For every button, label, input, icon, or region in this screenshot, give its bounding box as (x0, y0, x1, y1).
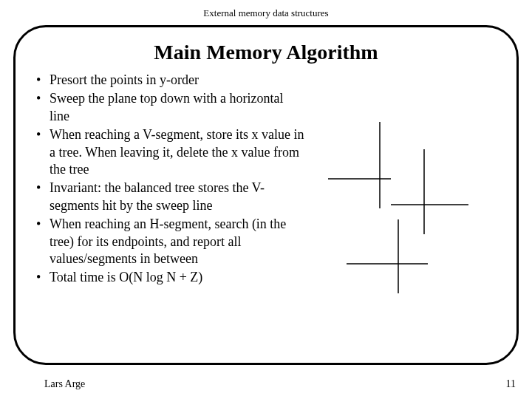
bullet-item: Sweep the plane top down with a horizont… (36, 90, 306, 125)
slide-header: External memory data structures (0, 0, 532, 19)
slide-frame: Main Memory Algorithm Presort the points… (13, 25, 519, 365)
segments-diagram (306, 72, 496, 288)
bullet-list: Presort the points in y-order Sweep the … (36, 72, 306, 288)
slide-content: Presort the points in y-order Sweep the … (36, 72, 496, 288)
bullet-item: When reaching an H-segment, search (in t… (36, 216, 306, 267)
bullet-item: When reaching a V-segment, store its x v… (36, 126, 306, 178)
bullet-item: Presort the points in y-order (36, 72, 306, 89)
bullet-item: Invariant: the balanced tree stores the … (36, 180, 306, 214)
bullet-item: Total time is O(N log N + Z) (36, 269, 306, 286)
footer-author: Lars Arge (44, 378, 85, 390)
slide-title: Main Memory Algorithm (36, 41, 496, 64)
footer-page-number: 11 (506, 378, 516, 390)
